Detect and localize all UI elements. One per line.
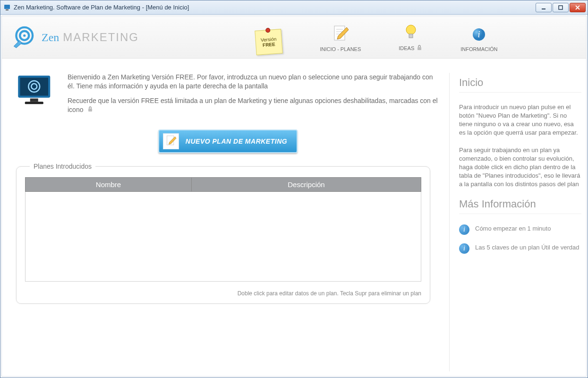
window-maximize-button[interactable]: [553, 3, 569, 12]
svg-rect-0: [4, 5, 10, 9]
svg-rect-13: [418, 47, 421, 50]
main-scroll-area[interactable]: ZenMARKETING Versión FREE: [2, 16, 586, 376]
plans-groupbox-legend: Planes Introducidos: [30, 163, 95, 170]
plans-col-desc: Descripción: [191, 178, 421, 192]
svg-rect-1: [6, 9, 9, 10]
lightbulb-icon: [399, 23, 423, 43]
monitor-icon: [16, 73, 56, 120]
top-nav: ZenMARKETING Versión FREE: [2, 16, 586, 59]
document-pencil-icon: [163, 133, 179, 149]
lock-icon: [416, 44, 423, 52]
brand: ZenMARKETING: [11, 24, 139, 50]
window-titlebar: Zen Marketing. Software de Plan de Marke…: [0, 0, 588, 15]
nav-version-free[interactable]: Versión FREE: [256, 32, 282, 52]
info-link-5keys[interactable]: i Las 5 claves de un plan Útil de verdad: [459, 243, 581, 254]
window-title: Zen Marketing. Software de Plan de Marke…: [14, 4, 536, 11]
window-close-button[interactable]: [570, 3, 586, 12]
plans-col-name: Nombre: [26, 178, 192, 192]
help-sidebar: Inicio Para introducir un nuevo plan pul…: [449, 73, 581, 371]
plans-hint: Doble click para editar datos de un plan…: [25, 290, 421, 297]
sidebar-paragraph-1: Para introducir un nuevo plan pulse en e…: [459, 103, 581, 137]
brand-text-rest: MARKETING: [63, 31, 139, 43]
svg-rect-3: [559, 6, 562, 9]
intro-paragraph-1: Bienvenido a Zen Marketing Versión FREE.…: [68, 73, 440, 91]
sticky-note-line2: FREE: [263, 42, 275, 48]
info-icon: i: [459, 224, 469, 235]
nav-informacion-label: INFORMACIÓN: [460, 46, 497, 52]
info-link-5keys-label: Las 5 claves de un plan Útil de verdad: [475, 243, 579, 252]
svg-rect-12: [409, 34, 413, 38]
brand-text-zen: Zen: [42, 31, 59, 43]
info-link-quickstart[interactable]: i Cómo empezar en 1 minuto: [459, 224, 581, 235]
svg-text:i: i: [478, 30, 480, 39]
info-icon: i: [459, 243, 469, 254]
nav-informacion[interactable]: i INFORMACIÓN: [460, 25, 497, 52]
nav-inicio-planes[interactable]: INICIO - PLANES: [320, 25, 361, 52]
svg-point-11: [406, 25, 416, 34]
nav-ideas-label: IDEAS: [399, 45, 414, 51]
info-link-quickstart-label: Cómo empezar en 1 minuto: [475, 224, 551, 233]
svg-rect-22: [88, 109, 92, 112]
svg-point-6: [23, 34, 26, 37]
info-icon: i: [460, 25, 497, 44]
intro-paragraph-2: Recuerde que la versión FREE está limita…: [68, 96, 440, 115]
brand-logo-icon: [11, 24, 36, 50]
nav-ideas[interactable]: IDEAS: [399, 23, 423, 52]
lock-icon: [87, 106, 94, 115]
window-minimize-button[interactable]: [536, 3, 552, 12]
sidebar-heading-mas: Más Información: [459, 197, 581, 214]
document-pencil-icon: [320, 25, 361, 44]
nav-inicio-planes-label: INICIO - PLANES: [320, 46, 361, 52]
new-plan-button-label: NUEVO PLAN DE MARKETING: [186, 137, 287, 145]
app-icon: [3, 4, 11, 11]
plans-table[interactable]: Nombre Descripción: [25, 177, 421, 282]
new-plan-button[interactable]: NUEVO PLAN DE MARKETING: [158, 129, 298, 153]
sidebar-paragraph-2: Para seguir trabajando en un plan ya com…: [459, 146, 581, 189]
brand-text: ZenMARKETING: [42, 31, 139, 44]
svg-rect-21: [25, 102, 43, 104]
plans-empty-body[interactable]: [26, 192, 421, 282]
svg-rect-2: [542, 9, 545, 9]
svg-rect-20: [30, 98, 38, 102]
sidebar-heading-inicio: Inicio: [459, 76, 581, 93]
sticky-note-icon: Versión FREE: [255, 29, 283, 55]
plans-groupbox: Planes Introducidos Nombre Descripción: [16, 166, 430, 304]
